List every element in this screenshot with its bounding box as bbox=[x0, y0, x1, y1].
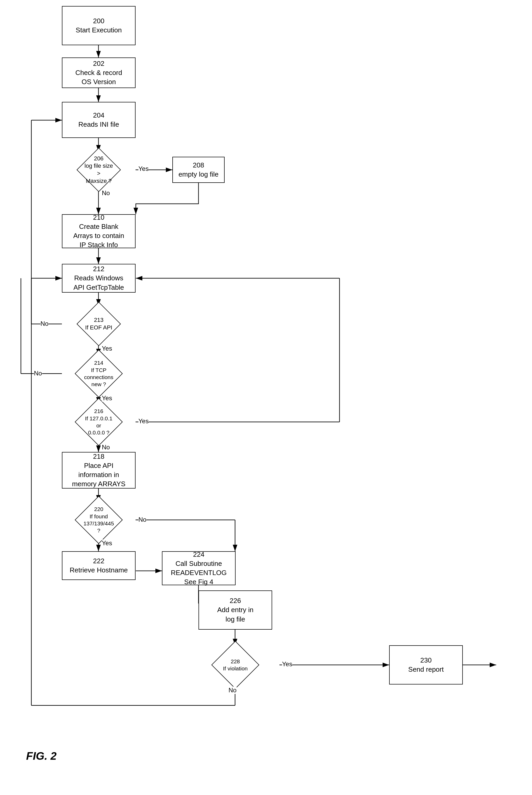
node-202: 202 Check & record OS Version bbox=[62, 57, 136, 88]
node-226: 226 Add entry in log file bbox=[198, 590, 272, 630]
label-206-yes: Yes bbox=[138, 165, 149, 172]
label-206-no: No bbox=[102, 189, 110, 197]
node-224-label: 224 Call Subroutine READEVENTLOG See Fig… bbox=[171, 550, 227, 587]
label-214-no: No bbox=[34, 370, 42, 377]
label-213-no: No bbox=[40, 320, 49, 327]
node-230-label: 230 Send report bbox=[408, 656, 444, 674]
node-214-label: 214 If TCP connections new ? bbox=[82, 359, 115, 388]
node-222: 222 Retrieve Hostname bbox=[62, 551, 136, 580]
node-220-label: 220 If found 137/139/445 ? bbox=[82, 506, 115, 534]
node-200: 200 Start Execution bbox=[62, 6, 136, 45]
node-200-label: 200 Start Execution bbox=[76, 17, 122, 35]
node-216-label: 216 If 127.0.0.1 or 0.0.0.0 ? bbox=[82, 408, 115, 436]
node-213-wrap: 213 If EOF API bbox=[62, 306, 136, 342]
node-204-label: 204 Reads INI file bbox=[78, 111, 119, 129]
node-206-label: 206 log file size > Maxsize ? bbox=[83, 155, 114, 185]
node-204: 204 Reads INI file bbox=[62, 102, 136, 138]
node-213-label: 213 If EOF API bbox=[85, 316, 112, 331]
label-213-yes: Yes bbox=[102, 345, 112, 352]
node-228-wrap: 228 If violation bbox=[198, 645, 272, 684]
label-220-yes: Yes bbox=[102, 540, 112, 547]
node-210-label: 210 Create Blank Arrays to contain IP St… bbox=[73, 213, 124, 249]
label-216-yes: Yes bbox=[138, 417, 149, 425]
node-228-label: 228 If violation bbox=[223, 658, 248, 672]
node-222-label: 222 Retrieve Hostname bbox=[70, 556, 128, 575]
figure-label: FIG. 2 bbox=[26, 750, 57, 762]
flowchart-diagram: 200 Start Execution 202 Check & record O… bbox=[0, 0, 532, 795]
node-230: 230 Send report bbox=[389, 645, 463, 684]
node-224: 224 Call Subroutine READEVENTLOG See Fig… bbox=[162, 551, 235, 585]
node-206-wrap: 206 log file size > Maxsize ? bbox=[62, 152, 136, 188]
node-202-label: 202 Check & record OS Version bbox=[75, 59, 122, 87]
node-208-label: 208 empty log file bbox=[178, 161, 218, 179]
node-210: 210 Create Blank Arrays to contain IP St… bbox=[62, 214, 136, 248]
node-214-wrap: 214 If TCP connections new ? bbox=[62, 355, 136, 392]
node-220-wrap: 220 If found 137/139/445 ? bbox=[62, 501, 136, 538]
node-226-label: 226 Add entry in log file bbox=[217, 596, 253, 624]
node-218-label: 218 Place API information in memory ARRA… bbox=[72, 452, 126, 489]
node-208: 208 empty log file bbox=[172, 157, 225, 183]
node-216-wrap: 216 If 127.0.0.1 or 0.0.0.0 ? bbox=[62, 404, 136, 440]
label-216-no: No bbox=[102, 443, 110, 451]
label-220-no: No bbox=[138, 516, 147, 523]
node-218: 218 Place API information in memory ARRA… bbox=[62, 452, 136, 489]
label-214-yes: Yes bbox=[102, 395, 112, 402]
label-228-no: No bbox=[229, 686, 236, 694]
label-228-yes: Yes bbox=[282, 660, 292, 668]
node-212-label: 212 Reads Windows API GetTcpTable bbox=[73, 264, 124, 292]
node-212: 212 Reads Windows API GetTcpTable bbox=[62, 264, 136, 292]
